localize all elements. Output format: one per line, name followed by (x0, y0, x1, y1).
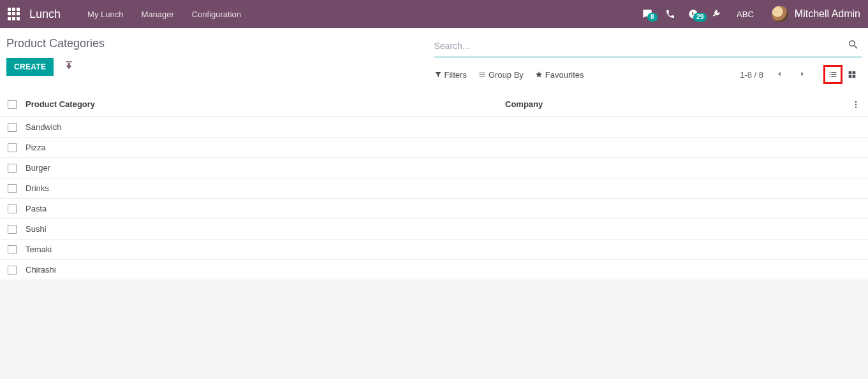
row-checkbox[interactable] (8, 184, 17, 193)
app-brand[interactable]: Lunch (29, 8, 61, 21)
cell-category: Pasta (26, 204, 505, 213)
search-bar (434, 34, 862, 57)
pager: 1-8 / 8 (740, 67, 809, 83)
view-kanban-button[interactable] (842, 65, 862, 84)
cell-category: Sandwich (26, 122, 505, 132)
chevron-left-icon (775, 69, 784, 78)
activities-button[interactable]: 29 (682, 9, 705, 19)
search-input[interactable] (434, 41, 846, 51)
cell-category: Burger (26, 163, 505, 173)
view-list-button[interactable] (823, 65, 842, 84)
menu-my-lunch[interactable]: My Lunch (78, 10, 132, 19)
col-header-company[interactable]: Company (505, 99, 841, 109)
menu-manager[interactable]: Manager (132, 10, 182, 19)
page-title: Product Categories (6, 34, 434, 57)
navbar: Lunch My Lunch Manager Configuration 8 2… (0, 0, 868, 28)
chevron-right-icon (798, 69, 807, 78)
row-checkbox[interactable] (8, 266, 17, 275)
user-menu[interactable]: Mitchell Admin (763, 6, 860, 22)
filters-button[interactable]: Filters (434, 70, 467, 80)
table-row[interactable]: Temaki (0, 240, 868, 260)
svg-point-0 (855, 101, 857, 102)
star-icon (535, 71, 543, 78)
user-name: Mitchell Admin (795, 8, 860, 20)
create-button[interactable]: CREATE (6, 58, 54, 76)
pager-prev[interactable] (772, 67, 786, 83)
kebab-icon (851, 100, 860, 109)
col-header-category[interactable]: Product Category (26, 99, 505, 109)
cell-category: Chirashi (26, 265, 505, 275)
table-row[interactable]: Pizza (0, 138, 868, 158)
table-row[interactable]: Burger (0, 158, 868, 178)
company-switcher[interactable]: ABC (728, 10, 763, 19)
row-checkbox[interactable] (8, 123, 17, 132)
wrench-icon (711, 9, 721, 19)
avatar (772, 6, 788, 22)
funnel-icon (434, 71, 442, 78)
row-checkbox[interactable] (8, 164, 17, 173)
messages-button[interactable]: 8 (636, 9, 659, 19)
debug-button[interactable] (705, 9, 728, 19)
table-row[interactable]: Sandwich (0, 117, 868, 138)
groupby-button[interactable]: Group By (478, 70, 524, 80)
cell-category: Sushi (26, 224, 505, 234)
row-checkbox[interactable] (8, 143, 17, 152)
cell-category: Temaki (26, 245, 505, 254)
control-panel-top: Product Categories CREATE Filters (0, 28, 868, 92)
table-row[interactable]: Pasta (0, 199, 868, 219)
table-header: Product Category Company (0, 92, 868, 117)
table-row[interactable]: Chirashi (0, 260, 868, 280)
list-view-icon (828, 69, 838, 80)
search-button[interactable] (845, 36, 862, 55)
favourites-button[interactable]: Favourites (535, 70, 584, 80)
messages-badge: 8 (647, 13, 658, 22)
table-row[interactable]: Sushi (0, 219, 868, 240)
export-button[interactable] (60, 57, 78, 77)
row-checkbox[interactable] (8, 225, 17, 234)
phone-button[interactable] (659, 9, 682, 19)
optional-columns-button[interactable] (841, 100, 860, 109)
pager-text[interactable]: 1-8 / 8 (740, 70, 763, 80)
cell-category: Drinks (26, 183, 505, 193)
svg-point-1 (855, 103, 857, 104)
download-icon (64, 61, 74, 71)
search-icon (848, 39, 859, 50)
phone-icon (665, 9, 675, 19)
row-checkbox[interactable] (8, 245, 17, 254)
cell-category: Pizza (26, 143, 505, 152)
table-row[interactable]: Drinks (0, 178, 868, 199)
svg-point-2 (855, 106, 857, 107)
kanban-view-icon (847, 69, 857, 80)
row-checkbox[interactable] (8, 204, 17, 213)
list-view: Product Category Company SandwichPizzaBu… (0, 92, 868, 280)
pager-next[interactable] (795, 67, 809, 83)
menu-configuration[interactable]: Configuration (183, 10, 250, 19)
apps-icon[interactable] (8, 8, 20, 20)
list-icon (478, 71, 486, 78)
select-all-checkbox[interactable] (8, 100, 17, 109)
